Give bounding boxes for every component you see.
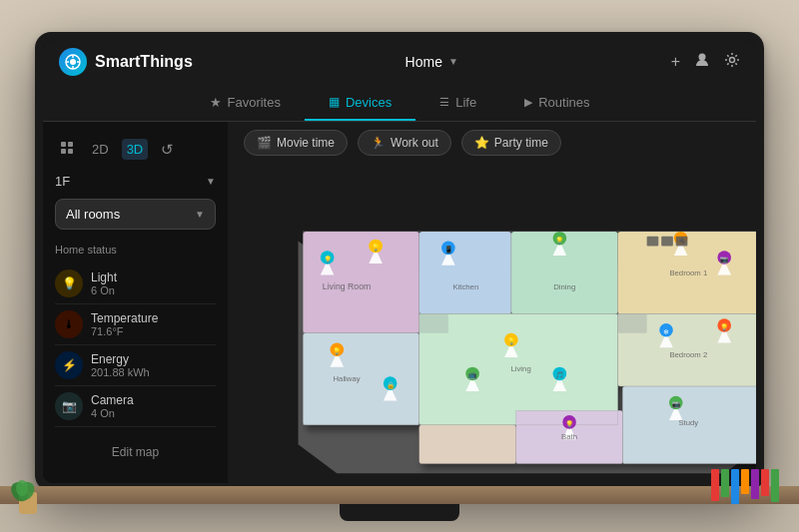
home-dropdown-chevron: ▼	[448, 56, 458, 67]
camera-icon: 📷	[62, 399, 77, 413]
tab-routines-label: Routines	[538, 95, 589, 110]
camera-info: Camera 4 On	[91, 393, 134, 419]
status-temperature[interactable]: 🌡 Temperature 71.6°F	[55, 304, 216, 345]
room-filter-chevron: ▼	[195, 209, 205, 220]
svg-text:💡: 💡	[507, 336, 516, 345]
energy-icon-circle: ⚡	[55, 351, 83, 379]
floor-selector[interactable]: 1F ▼	[43, 168, 228, 195]
light-icon: 💡	[62, 276, 77, 290]
light-info: Light 6 On	[91, 270, 117, 296]
energy-icon: ⚡	[62, 358, 77, 372]
top-icons-area: +	[671, 52, 740, 72]
svg-rect-20	[419, 424, 516, 463]
svg-text:Bedroom 1: Bedroom 1	[669, 267, 707, 276]
energy-label: Energy	[91, 352, 150, 366]
svg-text:Dining: Dining	[553, 282, 575, 291]
tab-devices[interactable]: ▦ Devices	[305, 84, 415, 121]
energy-info: Energy 201.88 kWh	[91, 352, 150, 378]
light-label: Light	[91, 270, 117, 284]
scene-party-time[interactable]: ⭐ Party time	[461, 130, 561, 156]
svg-text:📱: 📱	[444, 245, 453, 254]
books-decoration	[711, 469, 779, 504]
svg-point-6	[699, 53, 706, 60]
nav-tabs: ★ Favorites ▦ Devices ☰ Life ▶ Routines	[43, 84, 756, 122]
status-light[interactable]: 💡 Light 6 On	[55, 264, 216, 304]
svg-text:Bedroom 2: Bedroom 2	[669, 349, 707, 358]
logo-area: SmartThings	[59, 48, 193, 76]
temp-value: 71.6°F	[91, 325, 158, 337]
status-energy[interactable]: ⚡ Energy 201.88 kWh	[55, 345, 216, 386]
scene-bar: 🎬 Movie time 🏃 Work out ⭐ Party time	[228, 122, 756, 164]
home-selector[interactable]: Home ▼	[405, 54, 458, 70]
app-name: SmartThings	[95, 53, 193, 71]
svg-text:💡: 💡	[324, 254, 333, 263]
svg-rect-24	[618, 313, 647, 332]
main-panel: 🎬 Movie time 🏃 Work out ⭐ Party time	[228, 122, 756, 483]
light-icon-circle: 💡	[55, 269, 83, 297]
book-4	[741, 469, 749, 494]
tv-frame: SmartThings Home ▼ +	[35, 32, 764, 491]
tab-favorites[interactable]: ★ Favorites	[186, 84, 305, 121]
room-filter-dropdown[interactable]: All rooms ▼	[55, 199, 216, 230]
svg-rect-14	[419, 231, 511, 312]
home-label: Home	[405, 54, 442, 70]
svg-text:❄: ❄	[663, 327, 669, 334]
svg-rect-8	[61, 142, 66, 147]
floor-chevron: ▼	[206, 176, 216, 187]
tab-routines[interactable]: ▶ Routines	[500, 84, 613, 121]
floor-label: 1F	[55, 174, 70, 189]
book-2	[721, 469, 729, 497]
svg-rect-79	[647, 236, 659, 246]
floor-plan-svg: 💡 💡 📱	[228, 164, 756, 483]
scene-workout[interactable]: 🏃 Work out	[358, 130, 451, 156]
floor-plan-map[interactable]: 💡 💡 📱	[228, 164, 756, 483]
tab-life[interactable]: ☰ Life	[415, 84, 500, 121]
book-5	[751, 469, 759, 499]
3d-view-button[interactable]: 3D	[122, 139, 149, 160]
scene-movie-time[interactable]: 🎬 Movie time	[244, 130, 348, 156]
devices-icon: ▦	[329, 95, 340, 109]
svg-text:📷: 📷	[672, 399, 681, 408]
tab-life-label: Life	[455, 95, 476, 110]
scene-workout-label: Work out	[391, 136, 438, 150]
plant-decoration	[10, 487, 45, 522]
svg-rect-9	[68, 142, 73, 147]
account-icon[interactable]	[694, 52, 710, 72]
svg-rect-81	[676, 236, 688, 246]
tv-screen: SmartThings Home ▼ +	[43, 40, 756, 483]
svg-text:💡: 💡	[565, 418, 574, 427]
life-icon: ☰	[439, 96, 449, 109]
svg-rect-11	[68, 149, 73, 154]
add-button[interactable]: +	[671, 53, 680, 71]
home-status-title: Home status	[55, 244, 216, 256]
camera-value: 4 On	[91, 407, 134, 419]
svg-text:🎵: 🎵	[555, 370, 564, 379]
svg-text:💡: 💡	[720, 321, 729, 330]
tab-favorites-label: Favorites	[228, 95, 281, 110]
svg-text:Bath: Bath	[561, 432, 577, 441]
settings-icon[interactable]	[724, 52, 740, 72]
room-filter-label: All rooms	[66, 207, 120, 222]
edit-map-button[interactable]: Edit map	[55, 439, 216, 465]
party-icon: ⭐	[474, 136, 489, 150]
temperature-icon: 🌡	[63, 317, 75, 331]
top-bar: SmartThings Home ▼ +	[43, 40, 756, 84]
home-status-section: Home status 💡 Light 6 On 🌡	[43, 234, 228, 431]
grid-view-button[interactable]	[55, 138, 79, 161]
status-camera[interactable]: 📷 Camera 4 On	[55, 386, 216, 427]
book-1	[711, 469, 719, 501]
svg-rect-15	[511, 231, 618, 312]
svg-point-7	[730, 57, 735, 62]
book-7	[771, 469, 779, 502]
svg-text:Hallway: Hallway	[333, 374, 360, 383]
light-value: 6 On	[91, 284, 117, 296]
svg-point-1	[70, 59, 76, 65]
svg-text:💡: 💡	[372, 243, 381, 252]
tab-devices-label: Devices	[346, 95, 392, 110]
book-6	[761, 469, 769, 496]
2d-view-button[interactable]: 2D	[87, 139, 114, 160]
svg-text:Study: Study	[678, 417, 698, 426]
camera-label: Camera	[91, 393, 134, 407]
svg-text:📺: 📺	[468, 370, 477, 379]
history-view-button[interactable]: ↺	[156, 138, 179, 162]
